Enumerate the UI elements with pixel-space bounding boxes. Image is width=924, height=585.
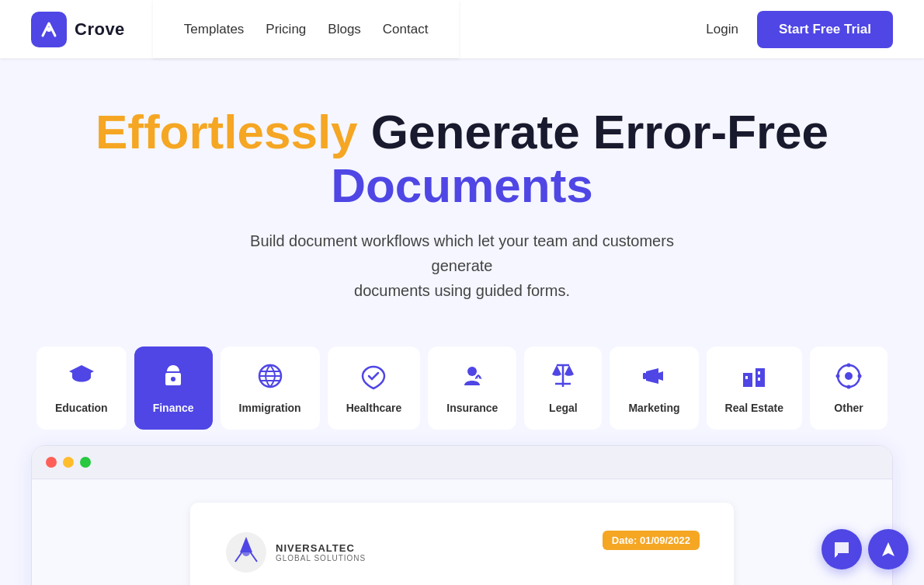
chat-button[interactable] bbox=[822, 529, 862, 569]
category-immigration[interactable]: Immigration bbox=[221, 346, 320, 430]
logo[interactable]: Crove bbox=[31, 12, 125, 47]
category-other[interactable]: Other bbox=[810, 346, 888, 430]
category-insurance[interactable]: Insurance bbox=[428, 346, 516, 430]
legal-label: Legal bbox=[549, 402, 578, 414]
immigration-label: Immigration bbox=[239, 402, 301, 414]
logo-text: Crove bbox=[75, 19, 125, 40]
other-label: Other bbox=[834, 402, 863, 414]
svg-point-23 bbox=[836, 374, 840, 378]
category-real-estate[interactable]: Real Estate bbox=[707, 346, 802, 430]
category-education[interactable]: Education bbox=[36, 346, 127, 430]
svg-rect-14 bbox=[743, 373, 752, 387]
marketing-label: Marketing bbox=[628, 402, 679, 414]
finance-icon bbox=[159, 362, 187, 394]
hero-title-part1: Effortlessly bbox=[96, 105, 358, 158]
nav-links: Templates Pricing Blogs Contact bbox=[153, 0, 460, 58]
education-label: Education bbox=[55, 402, 108, 414]
category-tabs: Education Finance Immigration bbox=[0, 331, 924, 445]
nav-templates[interactable]: Templates bbox=[184, 22, 244, 37]
nav-blogs[interactable]: Blogs bbox=[328, 22, 361, 37]
healthcare-label: Healthcare bbox=[346, 402, 402, 414]
svg-point-0 bbox=[47, 27, 51, 32]
hero-section: Effortlessly Generate Error-Free Documen… bbox=[0, 58, 924, 331]
legal-icon bbox=[549, 362, 577, 394]
insurance-label: Insurance bbox=[446, 402, 498, 414]
date-badge: Date: 01/09/2022 bbox=[603, 531, 700, 550]
category-legal[interactable]: Legal bbox=[524, 346, 602, 430]
category-finance[interactable]: Finance bbox=[134, 346, 213, 430]
hero-title: Effortlessly Generate Error-Free Documen… bbox=[31, 105, 893, 213]
window-close-dot bbox=[46, 457, 57, 468]
nav-left: Crove Templates Pricing Blogs Contact bbox=[31, 0, 459, 58]
svg-rect-17 bbox=[758, 371, 760, 374]
window-minimize-dot bbox=[63, 457, 74, 468]
category-healthcare[interactable]: Healthcare bbox=[328, 346, 421, 430]
hero-title-part2: Generate Error-Free bbox=[371, 105, 828, 158]
real-estate-label: Real Estate bbox=[725, 402, 783, 414]
logo-icon bbox=[31, 12, 67, 47]
marketing-icon bbox=[640, 362, 668, 394]
svg-point-7 bbox=[467, 367, 477, 376]
nav-right: Login Start Free Trial bbox=[706, 11, 893, 48]
svg-point-24 bbox=[858, 374, 862, 378]
svg-rect-18 bbox=[758, 378, 760, 381]
hero-title-part3: Documents bbox=[331, 158, 593, 212]
navigation: Crove Templates Pricing Blogs Contact Lo… bbox=[0, 0, 924, 58]
svg-rect-13 bbox=[643, 373, 646, 379]
svg-point-2 bbox=[171, 377, 175, 381]
category-marketing[interactable]: Marketing bbox=[610, 346, 698, 430]
document-card: NIVERSALTEC GLOBAL SOLUTIONS Date: 01/09… bbox=[190, 503, 734, 585]
other-icon bbox=[835, 362, 863, 394]
svg-point-22 bbox=[847, 385, 851, 388]
immigration-icon bbox=[256, 362, 284, 394]
nav-contact[interactable]: Contact bbox=[383, 22, 429, 37]
svg-rect-16 bbox=[745, 376, 748, 379]
nav-pricing[interactable]: Pricing bbox=[266, 22, 306, 37]
revain-badge[interactable] bbox=[868, 529, 908, 569]
doc-logo-text: NIVERSALTEC GLOBAL SOLUTIONS bbox=[276, 542, 366, 562]
svg-point-21 bbox=[847, 363, 851, 367]
doc-title: Loan Agreement bbox=[224, 582, 700, 585]
hero-subtitle: Build document workflows which let your … bbox=[221, 228, 703, 303]
preview-body: NIVERSALTEC GLOBAL SOLUTIONS Date: 01/09… bbox=[32, 479, 892, 585]
insurance-icon bbox=[458, 362, 486, 394]
real-estate-icon bbox=[740, 362, 768, 394]
finance-label: Finance bbox=[153, 402, 194, 414]
start-trial-button[interactable]: Start Free Trial bbox=[757, 11, 893, 48]
healthcare-icon bbox=[360, 362, 387, 394]
window-maximize-dot bbox=[80, 457, 91, 468]
niversaltec-logo-icon bbox=[224, 531, 268, 574]
education-icon bbox=[68, 362, 96, 394]
window-bar bbox=[32, 446, 892, 479]
login-button[interactable]: Login bbox=[706, 22, 738, 37]
preview-window: NIVERSALTEC GLOBAL SOLUTIONS Date: 01/09… bbox=[31, 445, 893, 585]
svg-point-20 bbox=[845, 372, 853, 380]
